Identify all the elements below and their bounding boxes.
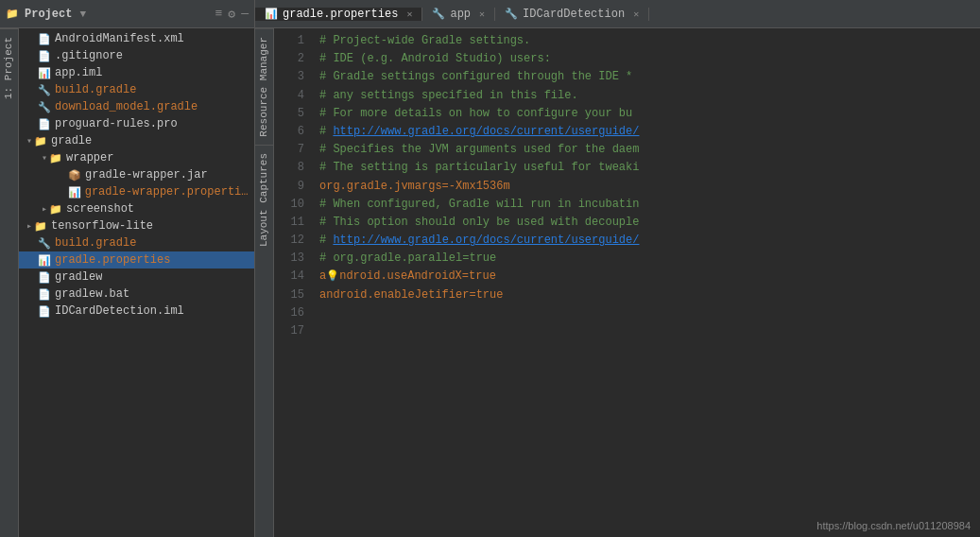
kv-text2-14: ndroid.useAndroidX=true xyxy=(339,269,496,283)
comment-link-12[interactable]: http://www.gradle.org/docs/current/userg… xyxy=(333,234,639,247)
comment-text-5: # For more details on how to configure y… xyxy=(319,107,632,120)
file-label-14: gradlew xyxy=(55,270,102,284)
panel-gear-icon[interactable]: ⚙ xyxy=(228,7,235,22)
file-label-11: tensorflow-lite xyxy=(51,219,153,233)
right-side-tabs[interactable]: Resource Manager Layout Captures xyxy=(255,28,274,537)
tree-item-1[interactable]: 📄.gitignore xyxy=(19,47,254,64)
code-line-13: # org.gradle.parallel=true xyxy=(319,250,972,268)
code-line-3: # Gradle settings configured through the… xyxy=(319,68,972,86)
line-num-6: 6 xyxy=(274,123,304,141)
file-label-3: build.gradle xyxy=(55,83,136,96)
folder-icon-6: 📁 xyxy=(34,135,47,147)
tab-label-gradle-properties: gradle.properties xyxy=(283,8,398,21)
panel-minimize-icon[interactable]: — xyxy=(241,7,249,21)
file-label-8: gradle-wrapper.jar xyxy=(85,168,208,182)
line-num-8: 8 xyxy=(274,159,304,177)
panel-settings-icon[interactable]: ≡ xyxy=(215,7,223,21)
line-num-9: 9 xyxy=(274,178,304,196)
line-num-16: 16 xyxy=(274,304,304,322)
tab-label-idcarddetection: IDCardDetection xyxy=(523,8,625,21)
line-num-4: 4 xyxy=(274,87,304,105)
tab-close-idcarddetection[interactable]: ✕ xyxy=(633,9,639,20)
line-num-13: 13 xyxy=(274,250,304,268)
tab-icon-gradle-properties: 📊 xyxy=(265,8,278,20)
tree-item-0[interactable]: 📄AndroidManifest.xml xyxy=(19,30,254,47)
tree-item-14[interactable]: 📄gradlew xyxy=(19,268,254,286)
panel-dropdown-icon[interactable]: ▼ xyxy=(79,9,86,20)
tree-item-16[interactable]: 📄IDCardDetection.iml xyxy=(19,303,254,320)
tab-icon-app: 🔧 xyxy=(432,8,445,20)
project-tab-label[interactable]: 1: Project xyxy=(0,28,18,107)
code-lines[interactable]: # Project-wide Gradle settings.# IDE (e.… xyxy=(312,28,980,537)
tab-icon-idcarddetection: 🔧 xyxy=(505,8,518,20)
file-icon-13: 📊 xyxy=(38,254,51,267)
file-label-0: AndroidManifest.xml xyxy=(55,32,184,45)
comment-text-3: # Gradle settings configured through the… xyxy=(319,70,632,83)
project-panel: 📄AndroidManifest.xml📄.gitignore📊app.iml🔧… xyxy=(19,28,255,537)
tree-item-15[interactable]: 📄gradlew.bat xyxy=(19,286,254,303)
line-num-14: 14 xyxy=(274,268,304,286)
editor-tabs: 📊gradle.properties✕🔧app✕🔧IDCardDetection… xyxy=(255,8,980,21)
line-num-10: 10 xyxy=(274,196,304,214)
folder-icon-11: 📁 xyxy=(34,220,47,233)
file-tree: 📄AndroidManifest.xml📄.gitignore📊app.iml🔧… xyxy=(19,28,254,537)
tree-item-9[interactable]: 📊gradle-wrapper.properties xyxy=(19,183,254,200)
kv-text-15: android.enableJetifier=true xyxy=(319,288,503,302)
code-line-6: # http://www.gradle.org/docs/current/use… xyxy=(319,123,972,141)
file-icon-12: 🔧 xyxy=(38,237,51,250)
comment-text-2: # IDE (e.g. Android Studio) users: xyxy=(319,52,551,65)
code-line-9: org.gradle.jvmargs=-Xmx1536m xyxy=(319,178,972,196)
code-content: 1234567891011121314151617 # Project-wide… xyxy=(274,28,980,537)
file-icon-14: 📄 xyxy=(38,271,51,284)
code-line-4: # any settings specified in this file. xyxy=(319,87,972,105)
lightbulb-14: 💡 xyxy=(326,270,339,282)
folder-arrow-10: ▸ xyxy=(42,203,47,215)
tree-item-11[interactable]: ▸📁tensorflow-lite xyxy=(19,217,254,234)
folder-arrow-7: ▾ xyxy=(42,152,47,164)
tree-item-5[interactable]: 📄proguard-rules.pro xyxy=(19,115,254,132)
code-line-14: a💡ndroid.useAndroidX=true xyxy=(319,268,972,286)
project-side-tab[interactable]: 1: Project xyxy=(0,28,19,537)
panel-title: Project xyxy=(25,8,72,21)
tab-idcarddetection[interactable]: 🔧IDCardDetection✕ xyxy=(495,8,649,21)
tree-item-3[interactable]: 🔧build.gradle xyxy=(19,81,254,98)
folder-icon-7: 📁 xyxy=(49,152,62,165)
code-line-7: # Specifies the JVM arguments used for t… xyxy=(319,141,972,159)
tab-close-app[interactable]: ✕ xyxy=(479,9,485,20)
code-line-1: # Project-wide Gradle settings. xyxy=(319,32,972,50)
line-num-17: 17 xyxy=(274,322,304,340)
tree-item-8[interactable]: 📦gradle-wrapper.jar xyxy=(19,166,254,183)
line-num-12: 12 xyxy=(274,232,304,250)
resource-manager-tab[interactable]: Resource Manager xyxy=(255,28,273,145)
file-label-5: proguard-rules.pro xyxy=(55,117,178,130)
watermark: https://blog.csdn.net/u011208984 xyxy=(817,520,971,531)
file-icon-2: 📊 xyxy=(38,67,51,79)
code-line-5: # For more details on how to configure y… xyxy=(319,105,972,123)
empty-line-17 xyxy=(319,324,326,338)
tree-item-12[interactable]: 🔧build.gradle xyxy=(19,234,254,251)
file-label-7: wrapper xyxy=(66,151,113,165)
tree-item-10[interactable]: ▸📁screenshot xyxy=(19,200,254,217)
tree-item-6[interactable]: ▾📁gradle xyxy=(19,132,254,149)
file-label-10: screenshot xyxy=(66,202,134,216)
layout-captures-tab[interactable]: Layout Captures xyxy=(255,145,273,254)
line-numbers: 1234567891011121314151617 xyxy=(274,28,312,537)
code-line-11: # This option should only be used with d… xyxy=(319,214,972,232)
code-line-17 xyxy=(319,322,972,340)
tree-item-13[interactable]: 📊gradle.properties xyxy=(19,251,254,268)
tree-item-2[interactable]: 📊app.iml xyxy=(19,64,254,81)
file-icon-4: 🔧 xyxy=(38,101,51,113)
file-label-12: build.gradle xyxy=(55,236,136,250)
line-num-7: 7 xyxy=(274,141,304,159)
code-line-2: # IDE (e.g. Android Studio) users: xyxy=(319,50,972,68)
tree-item-4[interactable]: 🔧download_model.gradle xyxy=(19,98,254,115)
comment-link-6[interactable]: http://www.gradle.org/docs/current/userg… xyxy=(333,125,639,138)
comment-text-13: # org.gradle.parallel=true xyxy=(319,251,496,265)
line-num-5: 5 xyxy=(274,105,304,123)
file-icon-0: 📄 xyxy=(38,33,51,45)
tree-item-7[interactable]: ▾📁wrapper xyxy=(19,149,254,166)
tab-app[interactable]: 🔧app✕ xyxy=(422,8,495,21)
tab-close-gradle-properties[interactable]: ✕ xyxy=(406,9,412,20)
file-label-15: gradlew.bat xyxy=(55,287,129,301)
tab-gradle-properties[interactable]: 📊gradle.properties✕ xyxy=(255,8,422,21)
